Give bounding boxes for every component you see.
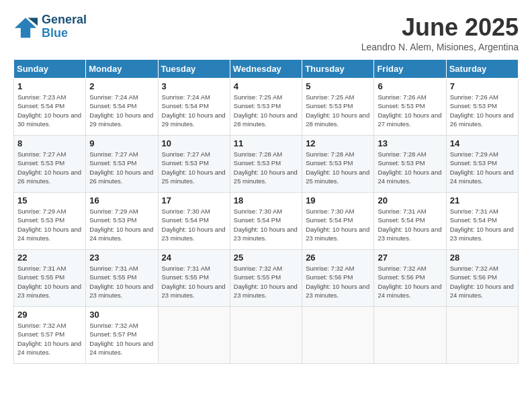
day-number: 17 [162,195,226,205]
location-subtitle: Leandro N. Alem, Misiones, Argentina [361,42,519,52]
day-cell-23: 23 Sunrise: 7:31 AM Sunset: 5:55 PM Dayl… [86,250,158,307]
day-info: Sunrise: 7:26 AM Sunset: 5:53 PM Dayligh… [450,93,515,128]
day-cell-25: 25 Sunrise: 7:32 AM Sunset: 5:55 PM Dayl… [230,250,302,307]
day-number: 1 [17,81,82,91]
logo: General Blue [13,13,87,40]
day-info: Sunrise: 7:27 AM Sunset: 5:53 PM Dayligh… [89,150,154,185]
day-cell-29: 29 Sunrise: 7:32 AM Sunset: 5:57 PM Dayl… [14,307,86,364]
day-number: 3 [162,81,226,91]
day-cell-22: 22 Sunrise: 7:31 AM Sunset: 5:55 PM Dayl… [14,250,86,307]
day-info: Sunrise: 7:28 AM Sunset: 5:53 PM Dayligh… [234,150,298,185]
day-number: 15 [17,195,82,205]
day-cell-6: 6 Sunrise: 7:26 AM Sunset: 5:53 PM Dayli… [374,79,446,136]
day-number: 10 [162,138,226,148]
day-cell-14: 14 Sunrise: 7:29 AM Sunset: 5:53 PM Dayl… [446,136,518,193]
day-info: Sunrise: 7:25 AM Sunset: 5:53 PM Dayligh… [306,93,370,128]
day-cell-7: 7 Sunrise: 7:26 AM Sunset: 5:53 PM Dayli… [446,79,518,136]
weekday-monday: Monday [86,60,158,79]
day-info: Sunrise: 7:31 AM Sunset: 5:54 PM Dayligh… [450,207,515,242]
day-cell-27: 27 Sunrise: 7:32 AM Sunset: 5:56 PM Dayl… [374,250,446,307]
day-cell-28: 28 Sunrise: 7:32 AM Sunset: 5:56 PM Dayl… [446,250,518,307]
day-number: 29 [17,310,82,320]
day-cell-10: 10 Sunrise: 7:27 AM Sunset: 5:53 PM Dayl… [158,136,230,193]
day-number: 8 [17,138,82,148]
day-number: 7 [450,81,515,91]
day-number: 14 [450,138,515,148]
day-info: Sunrise: 7:30 AM Sunset: 5:54 PM Dayligh… [306,207,370,242]
day-cell-19: 19 Sunrise: 7:30 AM Sunset: 5:54 PM Dayl… [302,193,374,250]
day-cell-3: 3 Sunrise: 7:24 AM Sunset: 5:54 PM Dayli… [158,79,230,136]
weekday-wednesday: Wednesday [230,60,302,79]
day-cell-5: 5 Sunrise: 7:25 AM Sunset: 5:53 PM Dayli… [302,79,374,136]
weekday-sunday: Sunday [14,60,86,79]
day-number: 26 [306,253,370,263]
day-cell-24: 24 Sunrise: 7:31 AM Sunset: 5:55 PM Dayl… [158,250,230,307]
day-cell-30: 30 Sunrise: 7:32 AM Sunset: 5:57 PM Dayl… [86,307,158,364]
day-number: 22 [17,253,82,263]
day-number: 27 [378,253,442,263]
day-info: Sunrise: 7:27 AM Sunset: 5:53 PM Dayligh… [162,150,226,185]
day-info: Sunrise: 7:29 AM Sunset: 5:53 PM Dayligh… [450,150,515,185]
weekday-thursday: Thursday [302,60,374,79]
day-number: 5 [306,81,370,91]
empty-cell [374,307,446,364]
day-info: Sunrise: 7:24 AM Sunset: 5:54 PM Dayligh… [89,93,154,128]
day-number: 30 [89,310,154,320]
day-info: Sunrise: 7:32 AM Sunset: 5:56 PM Dayligh… [306,264,370,300]
day-cell-2: 2 Sunrise: 7:24 AM Sunset: 5:54 PM Dayli… [86,79,158,136]
day-cell-8: 8 Sunrise: 7:27 AM Sunset: 5:53 PM Dayli… [14,136,86,193]
week-row-4: 22 Sunrise: 7:31 AM Sunset: 5:55 PM Dayl… [14,250,519,307]
day-number: 13 [378,138,442,148]
weekday-friday: Friday [374,60,446,79]
weekday-header-row: SundayMondayTuesdayWednesdayThursdayFrid… [14,60,519,79]
week-row-5: 29 Sunrise: 7:32 AM Sunset: 5:57 PM Dayl… [14,307,519,364]
day-info: Sunrise: 7:26 AM Sunset: 5:53 PM Dayligh… [378,93,442,128]
day-number: 12 [306,138,370,148]
day-info: Sunrise: 7:32 AM Sunset: 5:57 PM Dayligh… [89,321,154,357]
weekday-tuesday: Tuesday [158,60,230,79]
empty-cell [302,307,374,364]
day-cell-1: 1 Sunrise: 7:23 AM Sunset: 5:54 PM Dayli… [14,79,86,136]
day-cell-4: 4 Sunrise: 7:25 AM Sunset: 5:53 PM Dayli… [230,79,302,136]
day-number: 25 [234,253,298,263]
day-number: 21 [450,195,515,205]
day-info: Sunrise: 7:31 AM Sunset: 5:55 PM Dayligh… [162,264,226,300]
day-number: 19 [306,195,370,205]
week-row-1: 1 Sunrise: 7:23 AM Sunset: 5:54 PM Dayli… [14,79,519,136]
day-number: 2 [89,81,154,91]
day-info: Sunrise: 7:24 AM Sunset: 5:54 PM Dayligh… [162,93,226,128]
day-info: Sunrise: 7:31 AM Sunset: 5:54 PM Dayligh… [378,207,442,242]
day-number: 24 [162,253,226,263]
day-number: 6 [378,81,442,91]
day-info: Sunrise: 7:29 AM Sunset: 5:53 PM Dayligh… [89,207,154,242]
day-cell-15: 15 Sunrise: 7:29 AM Sunset: 5:53 PM Dayl… [14,193,86,250]
day-info: Sunrise: 7:32 AM Sunset: 5:57 PM Dayligh… [17,321,82,357]
day-info: Sunrise: 7:32 AM Sunset: 5:56 PM Dayligh… [450,264,515,300]
day-cell-20: 20 Sunrise: 7:31 AM Sunset: 5:54 PM Dayl… [374,193,446,250]
day-info: Sunrise: 7:28 AM Sunset: 5:53 PM Dayligh… [306,150,370,185]
day-number: 16 [89,195,154,205]
day-number: 9 [89,138,154,148]
logo-text: General Blue [42,13,87,40]
day-cell-18: 18 Sunrise: 7:30 AM Sunset: 5:54 PM Dayl… [230,193,302,250]
weekday-saturday: Saturday [446,60,518,79]
day-info: Sunrise: 7:32 AM Sunset: 5:55 PM Dayligh… [234,264,298,300]
day-info: Sunrise: 7:31 AM Sunset: 5:55 PM Dayligh… [89,264,154,300]
page-header: General Blue June 2025 Leandro N. Alem, … [13,13,519,52]
day-info: Sunrise: 7:31 AM Sunset: 5:55 PM Dayligh… [17,264,82,300]
day-number: 4 [234,81,298,91]
day-cell-11: 11 Sunrise: 7:28 AM Sunset: 5:53 PM Dayl… [230,136,302,193]
day-info: Sunrise: 7:30 AM Sunset: 5:54 PM Dayligh… [162,207,226,242]
day-number: 20 [378,195,442,205]
day-cell-16: 16 Sunrise: 7:29 AM Sunset: 5:53 PM Dayl… [86,193,158,250]
empty-cell [230,307,302,364]
day-number: 28 [450,253,515,263]
day-number: 23 [89,253,154,263]
day-info: Sunrise: 7:23 AM Sunset: 5:54 PM Dayligh… [17,93,82,128]
empty-cell [158,307,230,364]
empty-cell [446,307,518,364]
day-cell-9: 9 Sunrise: 7:27 AM Sunset: 5:53 PM Dayli… [86,136,158,193]
day-info: Sunrise: 7:32 AM Sunset: 5:56 PM Dayligh… [378,264,442,300]
day-info: Sunrise: 7:28 AM Sunset: 5:53 PM Dayligh… [378,150,442,185]
day-number: 18 [234,195,298,205]
